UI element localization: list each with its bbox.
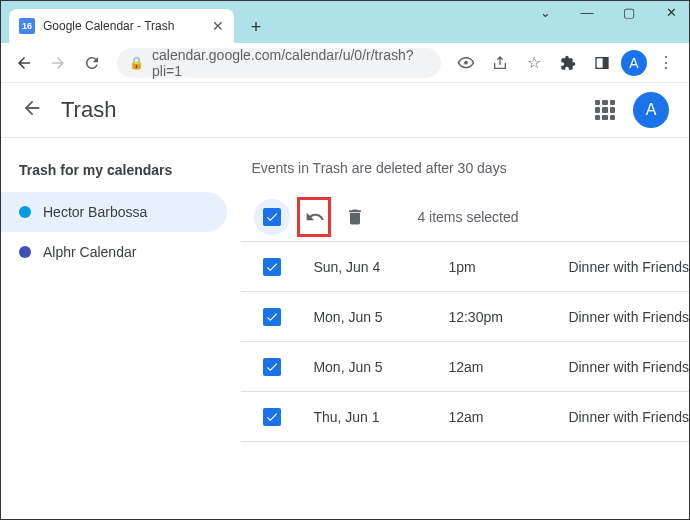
event-title: Dinner with Friends	[568, 409, 689, 425]
browser-titlebar: 16 Google Calendar - Trash ✕ + ⌄ ― ▢ ✕	[1, 1, 689, 43]
event-time: 12am	[448, 409, 568, 425]
browser-menu-icon[interactable]: ⋮	[651, 48, 681, 78]
event-row[interactable]: Sun, Jun 4 1pm Dinner with Friends	[241, 242, 689, 292]
tab-favicon: 16	[19, 18, 35, 34]
calendar-name: Alphr Calendar	[43, 244, 136, 260]
page-title: Trash	[61, 97, 593, 123]
nav-forward-button[interactable]	[43, 48, 73, 78]
browser-tab[interactable]: 16 Google Calendar - Trash ✕	[9, 9, 234, 43]
calendar-color-dot	[19, 246, 31, 258]
sidebar: Trash for my calendars Hector BarbossaAl…	[1, 138, 241, 519]
delete-forever-button[interactable]	[337, 199, 373, 235]
tab-title: Google Calendar - Trash	[43, 19, 204, 33]
trash-notice: Events in Trash are deleted after 30 day…	[241, 160, 689, 192]
account-avatar[interactable]: A	[633, 92, 669, 128]
main-area: Trash for my calendars Hector BarbossaAl…	[1, 138, 689, 519]
event-checkbox[interactable]	[263, 408, 281, 426]
restore-button[interactable]	[297, 199, 333, 235]
browser-toolbar: 🔒 calendar.google.com/calendar/u/0/r/tra…	[1, 43, 689, 83]
lock-icon: 🔒	[129, 56, 144, 70]
event-time: 12:30pm	[448, 309, 568, 325]
event-date: Sun, Jun 4	[313, 259, 448, 275]
svg-rect-1	[603, 57, 608, 68]
sidepanel-icon[interactable]	[587, 48, 617, 78]
content-area: Events in Trash are deleted after 30 day…	[241, 138, 689, 519]
window-close-icon[interactable]: ✕	[659, 5, 683, 20]
nav-reload-button[interactable]	[77, 48, 107, 78]
share-icon[interactable]	[485, 48, 515, 78]
google-apps-icon[interactable]	[593, 98, 617, 122]
event-checkbox[interactable]	[263, 258, 281, 276]
extensions-icon[interactable]	[553, 48, 583, 78]
event-row[interactable]: Mon, Jun 5 12am Dinner with Friends	[241, 342, 689, 392]
select-all-checkbox[interactable]	[263, 208, 281, 226]
window-controls: ⌄ ― ▢ ✕	[533, 5, 683, 20]
event-time: 12am	[448, 359, 568, 375]
event-title: Dinner with Friends	[568, 309, 689, 325]
bookmark-star-icon[interactable]: ☆	[519, 48, 549, 78]
app-back-button[interactable]	[21, 97, 43, 123]
url-text: calendar.google.com/calendar/u/0/r/trash…	[152, 47, 429, 79]
window-minimize-icon[interactable]: ―	[575, 5, 599, 20]
browser-profile-avatar[interactable]: A	[621, 50, 647, 76]
event-checkbox[interactable]	[263, 358, 281, 376]
window-maximize-icon[interactable]: ▢	[617, 5, 641, 20]
calendar-item[interactable]: Alphr Calendar	[1, 232, 227, 272]
nav-back-button[interactable]	[9, 48, 39, 78]
new-tab-button[interactable]: +	[242, 13, 270, 41]
event-date: Thu, Jun 1	[313, 409, 448, 425]
app-header: Trash A	[1, 83, 689, 138]
list-header: 4 items selected	[241, 192, 689, 242]
event-date: Mon, Jun 5	[313, 309, 448, 325]
tab-close-icon[interactable]: ✕	[212, 18, 224, 34]
event-row[interactable]: Mon, Jun 5 12:30pm Dinner with Friends	[241, 292, 689, 342]
event-row[interactable]: Thu, Jun 1 12am Dinner with Friends	[241, 392, 689, 442]
event-checkbox[interactable]	[263, 308, 281, 326]
selection-count: 4 items selected	[417, 209, 518, 225]
event-title: Dinner with Friends	[568, 359, 689, 375]
calendar-item[interactable]: Hector Barbossa	[1, 192, 227, 232]
event-title: Dinner with Friends	[568, 259, 689, 275]
sidebar-title: Trash for my calendars	[1, 156, 241, 192]
url-bar[interactable]: 🔒 calendar.google.com/calendar/u/0/r/tra…	[117, 48, 441, 78]
window-chevron-icon[interactable]: ⌄	[533, 5, 557, 20]
eye-icon[interactable]	[451, 48, 481, 78]
event-time: 1pm	[448, 259, 568, 275]
event-date: Mon, Jun 5	[313, 359, 448, 375]
calendar-color-dot	[19, 206, 31, 218]
calendar-name: Hector Barbossa	[43, 204, 147, 220]
